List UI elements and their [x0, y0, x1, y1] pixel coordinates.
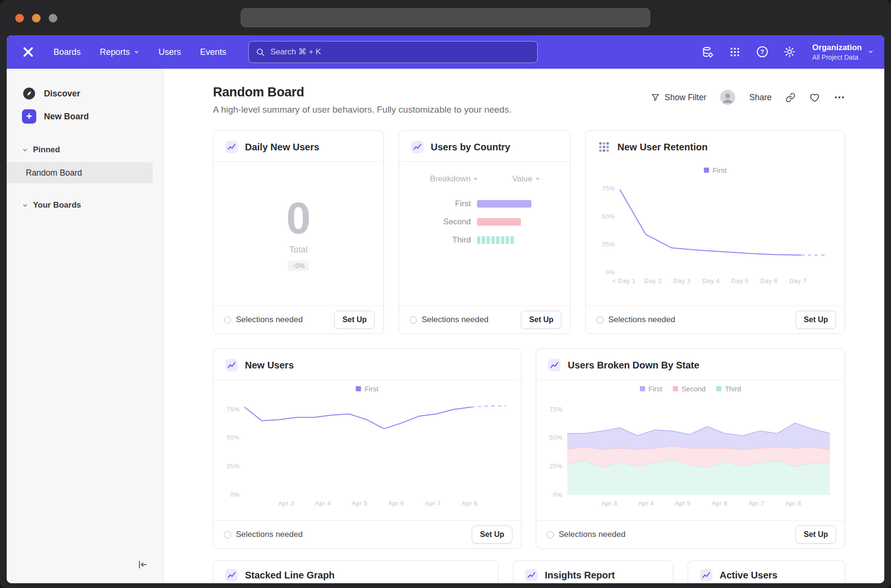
svg-text:< Day 1: < Day 1: [612, 277, 636, 284]
selections-needed-status: Selections needed: [547, 530, 626, 539]
org-switcher[interactable]: Organization All Project Data: [812, 43, 874, 61]
card-new-user-retention: New User Retention First 75%50%25%0%< Da…: [585, 130, 845, 334]
chevron-down-icon: [474, 178, 477, 182]
sidebar-collapse-button[interactable]: [137, 559, 148, 572]
legend-swatch: [356, 386, 361, 391]
search-input[interactable]: [270, 47, 530, 57]
nav-boards[interactable]: Boards: [53, 47, 81, 57]
set-up-button[interactable]: Set Up: [521, 311, 562, 329]
help-icon[interactable]: ?: [755, 45, 769, 59]
card-new-users: New Users First 75%50%25%0%Apr 3Apr 4Apr…: [213, 348, 521, 549]
card-title: Users Broken Down By State: [568, 360, 700, 371]
traffic-lights: [15, 14, 57, 22]
nav-events-label: Events: [200, 47, 226, 57]
svg-text:Apr 3: Apr 3: [601, 500, 617, 507]
set-up-button[interactable]: Set Up: [334, 311, 375, 329]
share-button[interactable]: Share: [749, 93, 772, 103]
country-bar[interactable]: [477, 218, 521, 226]
country-bar[interactable]: [477, 200, 531, 208]
copy-link-icon[interactable]: [785, 93, 796, 103]
org-name: Organization: [812, 43, 862, 52]
svg-text:0%: 0%: [605, 269, 615, 276]
country-bar-row: Third: [399, 235, 570, 245]
breakdown-dropdown[interactable]: Breakdown: [430, 174, 477, 184]
show-filter-button[interactable]: Show Filter: [651, 93, 707, 103]
mixpanel-logo-icon[interactable]: [21, 45, 35, 59]
board-description: A high-level summary of user behaviors. …: [213, 105, 511, 115]
show-filter-label: Show Filter: [665, 93, 707, 103]
svg-text:Day 3: Day 3: [673, 277, 690, 284]
global-search[interactable]: [248, 41, 538, 63]
metric-delta-badge: ↑0%: [288, 261, 308, 271]
apps-grid-icon[interactable]: [728, 45, 742, 59]
svg-text:?: ?: [760, 49, 764, 56]
more-options-icon[interactable]: [834, 92, 845, 103]
chart-legend: First: [213, 385, 521, 393]
sidebar-section-pinned[interactable]: Pinned: [7, 140, 163, 159]
country-bar-row: Second: [399, 217, 570, 227]
line-chart-icon: [225, 568, 238, 582]
value-label: Value: [512, 174, 532, 184]
set-up-button[interactable]: Set Up: [796, 311, 836, 329]
status-circle-icon: [596, 316, 604, 324]
svg-text:Day 4: Day 4: [702, 277, 720, 284]
svg-text:Apr 8: Apr 8: [462, 500, 478, 507]
set-up-button[interactable]: Set Up: [472, 525, 512, 544]
svg-text:Apr 7: Apr 7: [425, 500, 441, 507]
nav-users[interactable]: Users: [159, 47, 181, 57]
country-bar[interactable]: [477, 236, 514, 244]
settings-gear-icon[interactable]: [782, 45, 796, 59]
legend-item-second[interactable]: Second: [673, 385, 706, 393]
search-icon: [255, 47, 265, 57]
country-bar-label: Second: [399, 217, 471, 227]
line-chart-icon: [548, 358, 561, 372]
selections-needed-status: Selections needed: [224, 530, 303, 539]
new-board-label: New Board: [44, 112, 89, 122]
legend-item-third[interactable]: Third: [716, 385, 741, 393]
nav-events[interactable]: Events: [200, 47, 226, 57]
window-close-button[interactable]: [15, 14, 24, 22]
data-management-icon[interactable]: [700, 45, 715, 59]
card-users-by-state: Users Broken Down By State FirstSecondTh…: [536, 348, 845, 549]
chart-legend: FirstSecondThird: [536, 385, 845, 393]
sidebar-section-your-boards[interactable]: Your Boards: [7, 196, 163, 215]
sidebar-item-random-board[interactable]: Random Board: [7, 162, 153, 183]
svg-text:Apr 6: Apr 6: [388, 500, 404, 507]
window-zoom-button[interactable]: [49, 14, 57, 22]
nav-reports[interactable]: Reports: [100, 47, 139, 57]
status-label: Selections needed: [608, 315, 675, 325]
svg-text:Apr 8: Apr 8: [785, 500, 801, 507]
card-insights-report: Insights Report: [513, 560, 673, 583]
legend-swatch: [673, 386, 678, 391]
sidebar-item-discover[interactable]: Discover: [7, 82, 163, 105]
legend-item-first[interactable]: First: [356, 385, 378, 393]
org-project: All Project Data: [812, 53, 862, 61]
value-dropdown[interactable]: Value: [512, 174, 539, 184]
favorite-heart-icon[interactable]: [809, 92, 820, 103]
selections-needed-status: Selections needed: [410, 315, 488, 325]
card-active-users: Active Users: [688, 560, 845, 583]
set-up-button[interactable]: Set Up: [796, 525, 836, 544]
page-title: Random Board: [213, 85, 511, 100]
svg-text:Apr 5: Apr 5: [351, 500, 368, 507]
svg-text:Day 2: Day 2: [644, 277, 661, 284]
legend-item-first[interactable]: First: [640, 385, 662, 393]
nav-reports-label: Reports: [100, 47, 130, 57]
avatar[interactable]: [720, 90, 735, 105]
legend-swatch: [704, 168, 709, 173]
window-minimize-button[interactable]: [32, 14, 41, 22]
card-title: Active Users: [720, 570, 777, 581]
nav-users-label: Users: [159, 47, 181, 57]
card-title: New User Retention: [617, 142, 708, 153]
legend-label: First: [648, 385, 662, 393]
line-chart-icon: [411, 140, 424, 154]
your-boards-label: Your Boards: [33, 200, 81, 210]
svg-text:75%: 75%: [602, 185, 615, 192]
svg-text:Apr 4: Apr 4: [315, 500, 331, 507]
legend-item-first[interactable]: First: [704, 166, 726, 174]
card-title: Users by Country: [431, 142, 510, 153]
country-bar-row: First: [399, 199, 570, 209]
address-bar[interactable]: [241, 8, 650, 27]
sidebar-item-new-board[interactable]: + New Board: [7, 105, 163, 128]
plus-icon: +: [22, 109, 36, 124]
